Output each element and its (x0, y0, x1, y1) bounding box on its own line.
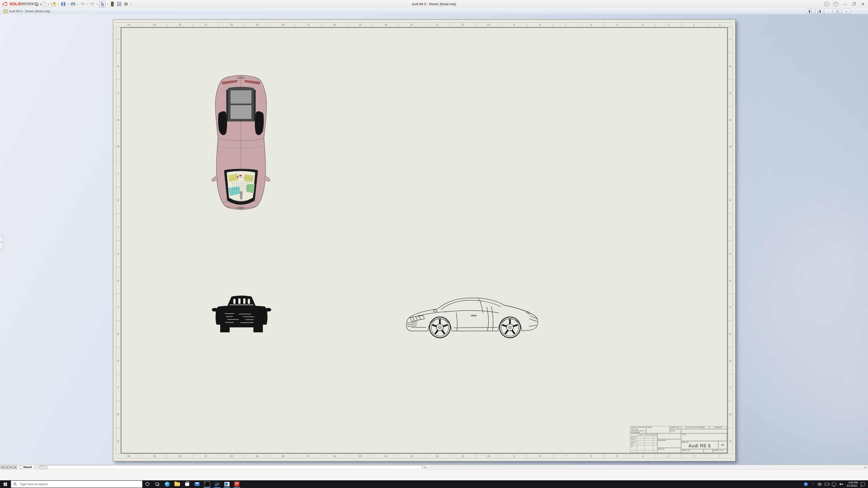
start-button[interactable] (0, 480, 10, 488)
scroll-left-button[interactable]: ◀ (423, 465, 427, 469)
zone-column-label: 14 (373, 23, 399, 27)
zone-row-label: L (116, 160, 120, 187)
action-center-icon[interactable] (861, 482, 865, 486)
file-explorer-button[interactable] (172, 480, 182, 488)
next-sheet-button[interactable]: ▶ (9, 465, 13, 469)
home-icon (35, 2, 39, 6)
drawing-sheet-paper[interactable]: 242322212019181716151413121110987654321 … (113, 20, 736, 461)
print-button[interactable] (70, 1, 76, 7)
zone-ruler-bottom: 242322212019181716151413121110987654321 (116, 454, 733, 458)
save-button[interactable] (60, 1, 66, 7)
battery-icon[interactable] (825, 483, 829, 486)
save-dropdown[interactable]: ▾ (67, 3, 69, 5)
col-signature: SIGNATURE (645, 433, 653, 436)
drawing-view-front[interactable] (212, 293, 272, 337)
new-file-dropdown[interactable]: ▾ (48, 3, 50, 5)
collapsed-panel-handle[interactable] (0, 235, 3, 250)
zone-column-label: 2 (681, 23, 707, 27)
document-app-button[interactable] (222, 480, 232, 488)
signature-row: DRAWN (630, 436, 657, 438)
title-cell: TITLE: (681, 433, 727, 441)
dwg-no-cell: DWG NO. Audi R8 S (681, 441, 718, 449)
cortana-button[interactable] (143, 480, 152, 488)
drawing-view-side[interactable] (404, 293, 541, 340)
doc-minimize-button[interactable]: — (825, 9, 832, 14)
zone-row-label: J (116, 214, 120, 240)
select-tool-dropdown[interactable]: ▾ (106, 3, 108, 5)
taskbar-search[interactable] (11, 481, 143, 488)
horizontal-scrollbar-thumb[interactable] (48, 465, 422, 469)
volume-muted-icon[interactable] (839, 483, 843, 486)
horizontal-scrollbar-track[interactable] (427, 465, 864, 469)
show-hidden-icons-chevron[interactable]: ⌃ (811, 483, 815, 486)
tolerance-notes: UNLESS OTHERWISE SPECIFIED:DIMENSIONS AR… (630, 426, 646, 433)
select-tool-button[interactable] (99, 1, 105, 7)
show-left-pane-button[interactable] (806, 9, 814, 14)
rebuild-button[interactable] (109, 1, 115, 7)
taskbar-clock[interactable]: 4:03 PM 2/17/2021 (846, 481, 858, 488)
task-view-button[interactable] (152, 480, 162, 488)
redo-dropdown[interactable]: ▾ (96, 3, 98, 5)
close-button[interactable]: ✕ (859, 1, 867, 7)
tray-camera-icon[interactable] (818, 483, 822, 486)
add-sheet-button[interactable] (39, 465, 46, 469)
signature-empty-row (630, 450, 657, 453)
zone-column-label: 15 (347, 454, 373, 458)
restore-button[interactable] (850, 1, 858, 7)
ds-logo-icon (2, 2, 8, 6)
mail-button[interactable] (192, 480, 202, 488)
clock-date: 2/17/2021 (846, 484, 858, 487)
graphics-area[interactable]: 242322212019181716151413121110987654321 … (0, 14, 868, 465)
pane-left-icon (809, 10, 812, 13)
revision-empty-cell (681, 429, 727, 433)
redo-button[interactable] (89, 1, 95, 7)
dark-app-button[interactable] (212, 480, 222, 488)
undo-dropdown[interactable]: ▾ (86, 3, 89, 5)
open-button[interactable] (51, 1, 57, 7)
sheet-nav-buttons: |◀ ◀ ▶ ▶| (0, 465, 18, 469)
tray-help-icon[interactable]: ? (804, 482, 808, 486)
deburr-cell: DEBURR AND BREAK SHARP EDGES (670, 426, 681, 433)
solidworks-taskbar-button[interactable]: SW 2021 (232, 480, 242, 488)
store-button[interactable] (182, 480, 192, 488)
print-dropdown[interactable]: ▾ (76, 3, 79, 5)
col-name: NAME (637, 433, 645, 436)
minimize-button[interactable]: — (841, 1, 848, 7)
previous-sheet-button[interactable]: ◀ (5, 465, 9, 469)
help-button[interactable]: ? (832, 1, 839, 7)
title-bar: SOLIDWORKS ▸ ▾ (0, 0, 868, 8)
edge-button[interactable] (162, 480, 172, 488)
network-icon[interactable] (832, 483, 836, 486)
dwg-label: DWG NO. (682, 442, 689, 443)
first-sheet-button[interactable]: |◀ (0, 465, 4, 469)
save-icon (61, 2, 66, 6)
open-dropdown[interactable]: ▾ (57, 3, 59, 5)
document-tab[interactable]: Audi R8 S - Sheet1 [Read-only] (1, 9, 52, 13)
zone-column-label: 21 (193, 454, 219, 458)
zone-row-label: N (116, 107, 120, 133)
redo-icon (90, 2, 95, 6)
account-button[interactable]: ☺ (823, 1, 831, 7)
new-file-button[interactable] (41, 1, 47, 7)
zone-column-label: 12 (424, 454, 450, 458)
file-properties-button[interactable] (116, 1, 122, 7)
drawing-document-icon (4, 9, 8, 13)
search-input[interactable] (19, 482, 129, 486)
doc-restore-button[interactable] (833, 9, 841, 14)
terminal-button[interactable]: >_ (202, 480, 212, 488)
sheet-tab-sheet1[interactable]: Sheet1 (17, 465, 35, 469)
options-dropdown[interactable]: ▾ (129, 3, 132, 5)
undo-button[interactable] (80, 1, 86, 7)
home-button[interactable] (34, 1, 40, 7)
show-right-pane-button[interactable] (815, 9, 823, 14)
scroll-right-button[interactable]: ▶ (864, 465, 868, 469)
task-view-icon (155, 482, 160, 486)
do-not-scale-cell: DO NOT SCALE DRAWING (681, 426, 709, 429)
signature-row-label: CHK'D (630, 438, 637, 441)
options-button[interactable] (123, 1, 129, 7)
doc-close-button[interactable]: ✕ (842, 9, 850, 14)
zone-column-label: 5 (604, 454, 630, 458)
solidworks-icon: SW 2021 (234, 482, 240, 487)
zone-column-label: 10 (476, 23, 502, 27)
drawing-view-top[interactable] (211, 74, 272, 213)
